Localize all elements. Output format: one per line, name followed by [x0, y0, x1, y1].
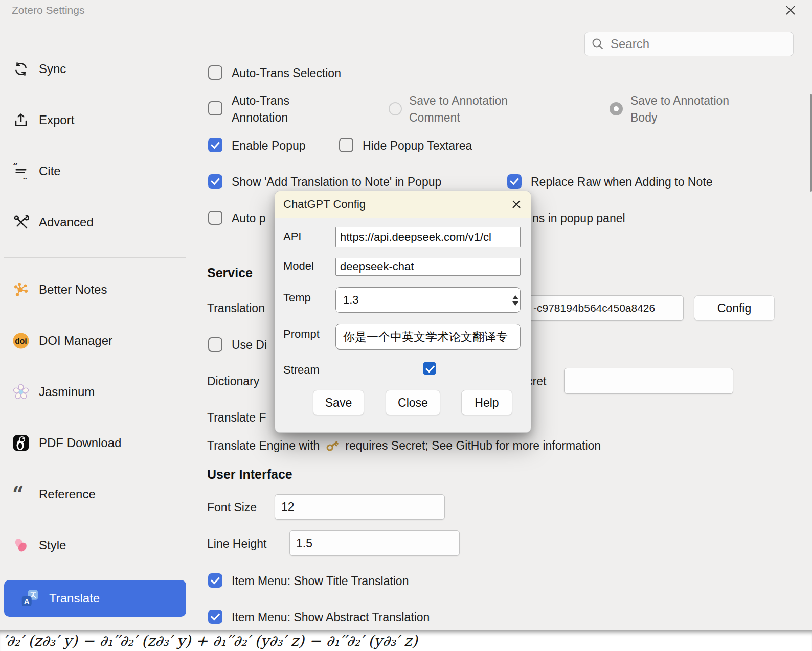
sidebar-item-label: Translate	[49, 591, 100, 606]
close-button[interactable]: Close	[386, 390, 440, 415]
dialog-close-icon[interactable]	[509, 197, 524, 212]
sync-icon	[12, 60, 30, 78]
replace-raw-checkbox[interactable]	[507, 174, 522, 189]
save-button[interactable]: Save	[313, 390, 364, 415]
search-icon	[591, 37, 604, 51]
translate-field-label-truncated: Translate F	[207, 410, 266, 425]
engine-secret-note: Translate Engine with requires Secret; S…	[207, 438, 601, 453]
dictionary-secret-input[interactable]	[564, 368, 733, 394]
model-label: Model	[283, 260, 314, 273]
reference-quote-icon: “	[12, 485, 30, 503]
hide-popup-textarea-label: Hide Popup Textarea	[363, 138, 472, 153]
svg-text:doi: doi	[15, 337, 27, 345]
sidebar-item-label: DOI Manager	[39, 334, 112, 348]
config-button[interactable]: Config	[694, 295, 775, 321]
sidebar-item-jasminum[interactable]: Jasminum	[12, 380, 186, 404]
stepper-up-icon[interactable]	[512, 295, 518, 299]
sidebar-item-label: Better Notes	[39, 283, 107, 297]
sidebar-item-label: Advanced	[39, 215, 94, 229]
window-close-icon[interactable]	[783, 3, 798, 17]
prompt-input[interactable]	[335, 324, 521, 350]
stepper-down-icon[interactable]	[512, 301, 518, 306]
auto-trans-annotation-checkbox[interactable]	[208, 101, 222, 115]
save-to-annotation-body-radio[interactable]	[610, 102, 623, 115]
model-input[interactable]	[335, 258, 521, 276]
api-input[interactable]	[335, 227, 521, 247]
hide-popup-textarea-checkbox[interactable]	[339, 138, 353, 152]
sidebar-item-label: Export	[39, 113, 74, 127]
save-to-annotation-body-label: Save to Annotation Body	[630, 92, 729, 126]
chatgpt-config-dialog: ChatGPT Config API Model Temp Prompt Str…	[275, 191, 531, 433]
sidebar-item-label: PDF Download	[39, 436, 121, 450]
use-dict-checkbox[interactable]	[208, 337, 222, 352]
sidebar-item-reference[interactable]: “ Reference	[12, 482, 186, 506]
sidebar-item-label: Cite	[39, 164, 61, 178]
sidebar-item-translate[interactable]: A Translate	[4, 580, 186, 617]
stream-checkbox[interactable]	[423, 362, 436, 375]
show-add-translation-label: Show 'Add Translation to Note' in Popup	[232, 175, 441, 189]
dictionary-label: Dictionary	[207, 374, 259, 388]
font-size-label: Font Size	[207, 500, 257, 515]
enable-popup-label: Enable Popup	[232, 138, 306, 153]
sidebar-item-better-notes[interactable]: Better Notes	[12, 277, 186, 302]
help-button[interactable]: Help	[461, 390, 512, 415]
line-height-label: Line Height	[207, 537, 266, 551]
style-petals-icon	[12, 537, 30, 554]
auto-popup-checkbox[interactable]	[208, 211, 222, 225]
item-menu-title-label: Item Menu: Show Title Translation	[232, 574, 409, 588]
item-menu-abstract-label: Item Menu: Show Abstract Translation	[232, 610, 430, 624]
sidebar-item-cite[interactable]: “„ Cite	[12, 159, 186, 183]
cite-icon: “„	[12, 162, 30, 180]
service-heading: Service	[207, 266, 253, 281]
pdf-download-penguin-icon	[12, 434, 30, 452]
user-interface-heading: User Interface	[207, 467, 292, 482]
prompt-label: Prompt	[283, 328, 320, 341]
temp-label: Temp	[283, 291, 311, 305]
auto-trans-selection-label: Auto-Trans Selection	[232, 66, 341, 80]
show-add-translation-checkbox[interactable]	[208, 174, 222, 189]
item-menu-title-checkbox[interactable]	[208, 573, 222, 588]
sidebar-item-advanced[interactable]: Advanced	[12, 210, 186, 235]
temp-input[interactable]	[335, 287, 521, 313]
better-notes-icon	[12, 281, 30, 298]
sidebar-item-doi-manager[interactable]: doi DOI Manager	[12, 329, 186, 353]
sidebar-item-sync[interactable]: Sync	[12, 57, 186, 81]
font-size-input[interactable]	[275, 494, 445, 520]
enable-popup-checkbox[interactable]	[208, 138, 222, 152]
svg-text:„: „	[22, 171, 28, 179]
sidebar-item-label: Reference	[39, 487, 96, 501]
auto-trans-annotation-label: Auto-Trans Annotation	[232, 92, 289, 126]
scrollbar-thumb[interactable]	[810, 94, 812, 192]
sidebar-item-label: Sync	[39, 62, 66, 76]
popup-panel-label-truncated: ns in popup panel	[532, 211, 625, 225]
auto-trans-selection-checkbox[interactable]	[208, 65, 222, 80]
dialog-title: ChatGPT Config	[283, 198, 366, 211]
item-menu-abstract-checkbox[interactable]	[208, 610, 222, 624]
save-to-annotation-comment-label: Save to Annotation Comment	[409, 92, 508, 126]
line-height-input[interactable]	[289, 530, 460, 556]
doi-icon: doi	[12, 332, 30, 350]
zotero-settings-window: Zotero Settings Sync Export “„ Cite Adva…	[0, 0, 812, 651]
search-input[interactable]	[610, 36, 787, 52]
replace-raw-label: Replace Raw when Adding to Note	[531, 175, 712, 189]
window-title: Zotero Settings	[12, 4, 84, 16]
auto-popup-label-truncated: Auto p	[232, 211, 266, 225]
search-box[interactable]	[584, 32, 794, 56]
sidebar-item-label: Style	[39, 538, 66, 552]
stream-label: Stream	[283, 363, 320, 377]
translation-secret-input[interactable]	[527, 295, 684, 321]
svg-text:A: A	[24, 597, 29, 606]
api-label: API	[283, 230, 301, 243]
key-icon	[325, 438, 340, 453]
sidebar-item-export[interactable]: Export	[12, 108, 186, 132]
sidebar-separator	[4, 257, 186, 258]
save-to-annotation-comment-radio[interactable]	[389, 102, 402, 115]
sidebar-item-pdf-download[interactable]: PDF Download	[12, 431, 186, 455]
background-document-strip: ′∂₂′ (z∂₃′ y) − ∂₁′′∂₂′ (z∂₃′ y) + ∂₁′′∂…	[0, 630, 812, 651]
use-dict-label-truncated: Use Di	[232, 338, 267, 352]
translation-label: Translation	[207, 301, 265, 315]
translate-icon: A	[20, 589, 40, 608]
dialog-titlebar[interactable]: ChatGPT Config	[275, 191, 531, 218]
sidebar-item-style[interactable]: Style	[12, 533, 186, 557]
svg-text:“: “	[12, 485, 24, 503]
